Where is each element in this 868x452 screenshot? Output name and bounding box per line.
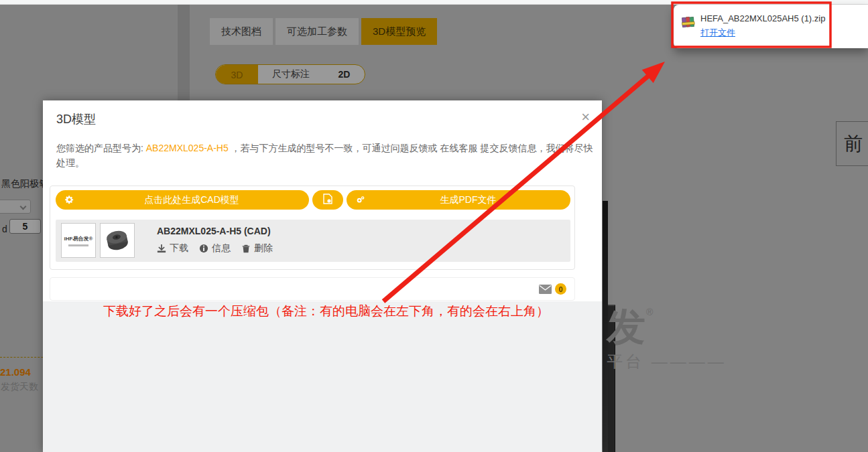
3d-model-modal: 3D模型 × 您筛选的产品型号为: AB22MXL025-A-H5 ，若与下方生…: [43, 100, 602, 452]
generate-pdf-label: 生成PDF文件: [366, 194, 570, 206]
delete-label: 删除: [254, 242, 273, 254]
modal-lower-section: 下载好了之后会有一个压缩包（备注：有的电脑会在左下角，有的会在右上角）: [43, 301, 602, 452]
modal-description: 您筛选的产品型号为: AB22MXL025-A-H5 ，若与下方生成的型号不一致…: [56, 141, 601, 170]
winrar-zip-icon: [682, 16, 695, 31]
desc-model-number: AB22MXL025-A-H5: [146, 143, 229, 153]
download-label: 下载: [170, 242, 188, 254]
desc-prefix: 您筛选的产品型号为:: [56, 143, 146, 153]
file-thumbnail-logo[interactable]: iHF易合发®: [61, 223, 96, 258]
file-name: AB22MXL025-A-H5 (CAD): [157, 226, 271, 236]
open-file-link[interactable]: 打开文件: [700, 27, 735, 39]
download-icon: [157, 244, 166, 253]
red-annotation-text: 下载好了之后会有一个压缩包（备注：有的电脑会在左下角，有的会在右上角）: [103, 303, 549, 320]
gears-icon: [355, 195, 366, 205]
generated-file-row: iHF易合发® AB22MXL025-A-H5 (CAD): [56, 220, 570, 262]
message-count-badge: 0: [555, 283, 566, 295]
screenshot-stage: 黑色阳极氧化 d 21.094 发货天数 技术图档 可选加工参数 3D模型预览 …: [0, 0, 868, 452]
info-label: 信息: [212, 242, 231, 254]
file-actions: 下载 信息 删除: [157, 242, 273, 254]
thumbnail-logo-text: iHF易合发®: [64, 235, 93, 242]
generate-cad-label: 点击此处生成CAD模型: [74, 194, 309, 206]
message-bar: 0: [50, 277, 575, 301]
delete-icon: [241, 244, 251, 253]
delete-action[interactable]: 删除: [241, 242, 273, 254]
browser-edge-strip: [0, 0, 868, 5]
generator-container: 点击此处生成CAD模型 生成PDF文件 iHF易合发®: [50, 185, 575, 270]
generator-buttons-row: 点击此处生成CAD模型 生成PDF文件: [56, 190, 570, 210]
modal-title: 3D模型: [56, 111, 96, 127]
info-icon: [199, 244, 208, 253]
file-thumbnail-pulley[interactable]: [100, 223, 135, 258]
generate-cad-button[interactable]: 点击此处生成CAD模型: [56, 190, 309, 210]
file-settings-button[interactable]: [312, 190, 343, 210]
download-filename: HEFA_AB22MXL025AH5 (1).zip: [700, 13, 825, 23]
envelope-icon[interactable]: [539, 285, 552, 294]
download-action[interactable]: 下载: [157, 242, 188, 254]
generate-pdf-button[interactable]: 生成PDF文件: [347, 190, 570, 210]
thumbnail-logo-underline: [68, 244, 88, 246]
close-icon[interactable]: ×: [581, 110, 590, 125]
download-notification[interactable]: HEFA_AB22MXL025AH5 (1).zip 打开文件: [674, 5, 868, 48]
gear-icon: [64, 195, 74, 205]
file-gear-icon: [323, 194, 332, 206]
info-action[interactable]: 信息: [199, 242, 231, 254]
pulley-image: [103, 226, 132, 255]
